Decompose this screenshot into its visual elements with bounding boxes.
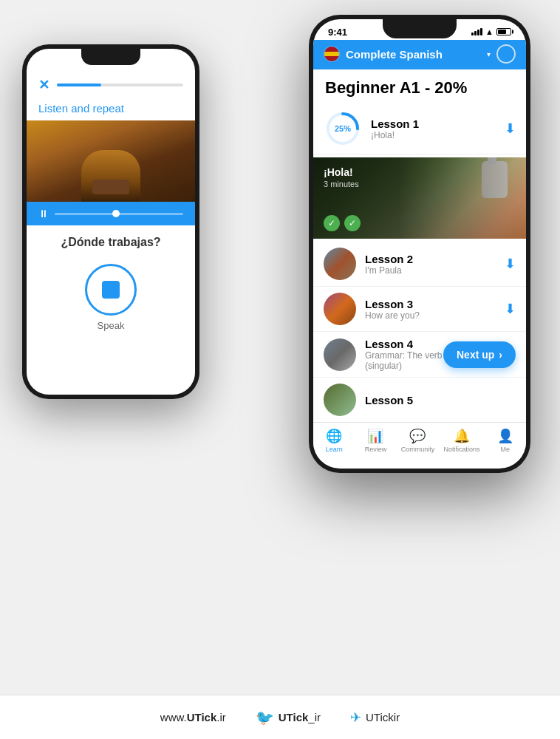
- lesson-2-row[interactable]: Lesson 2 I'm Paula ⬇: [313, 242, 526, 287]
- community-icon: 💬: [409, 428, 426, 444]
- back-phone: ✕ Listen and repeat: [22, 44, 199, 399]
- featured-title: ¡Hola!: [324, 166, 359, 178]
- scene: ✕ Listen and repeat: [0, 0, 560, 695]
- featured-text: ¡Hola! 3 minutes: [324, 166, 359, 188]
- download-icon-3[interactable]: ⬇: [505, 301, 516, 317]
- wifi-icon: ▲: [485, 27, 494, 36]
- lesson-1-name: Lesson 1: [371, 118, 496, 130]
- lesson-5-name: Lesson 5: [365, 394, 516, 406]
- chevron-right-icon: ›: [499, 349, 502, 361]
- back-progress-fill: [57, 84, 101, 86]
- nav-notifications[interactable]: 🔔 Notifications: [444, 428, 480, 453]
- telegram-handle: UTickir: [366, 711, 400, 723]
- learn-label: Learn: [326, 446, 343, 453]
- check-badge-2: ✓: [344, 215, 361, 231]
- pause-icon[interactable]: ⏸: [38, 208, 49, 219]
- status-time: 9:41: [328, 27, 347, 38]
- review-label: Review: [365, 446, 387, 453]
- close-icon[interactable]: ✕: [38, 77, 49, 93]
- featured-duration: 3 minutes: [324, 180, 359, 188]
- lesson-3-row[interactable]: Lesson 3 How are you? ⬇: [313, 287, 526, 332]
- lesson-4-thumb: [324, 338, 356, 371]
- back-audio-bar: ⏸: [27, 202, 195, 225]
- lesson-3-thumb: [324, 293, 356, 325]
- signal-icon: [471, 28, 482, 35]
- app-header: Complete Spanish ▾: [313, 40, 526, 69]
- section-title: Beginner A1 - 20%: [313, 69, 526, 103]
- lesson-2-info: Lesson 2 I'm Paula: [365, 253, 496, 276]
- stop-icon: [102, 281, 120, 299]
- lesson-3-subtitle: How are you?: [365, 310, 496, 321]
- profile-circle-button[interactable]: [496, 44, 516, 64]
- audio-track[interactable]: [55, 213, 183, 215]
- back-progress-bar: [57, 84, 183, 86]
- footer-telegram[interactable]: ✈ UTickir: [350, 709, 400, 726]
- chevron-down-icon[interactable]: ▾: [487, 50, 491, 58]
- spain-flag-icon: [324, 46, 340, 62]
- battery-icon: [496, 28, 511, 35]
- lesson-3-info: Lesson 3 How are you?: [365, 298, 496, 321]
- speak-label: Speak: [98, 320, 125, 331]
- lesson-5-thumb: [324, 384, 356, 416]
- download-icon-2[interactable]: ⬇: [505, 256, 516, 272]
- next-up-button[interactable]: Next up ›: [443, 341, 516, 368]
- notifications-icon: 🔔: [454, 428, 470, 444]
- bottom-nav: 🌐 Learn 📊 Review 💬 Community 🔔 Notificat…: [313, 422, 526, 460]
- front-phone: 9:41 ▲: [309, 15, 530, 473]
- community-label: Community: [401, 446, 435, 453]
- telegram-icon: ✈: [350, 709, 361, 726]
- review-icon: 📊: [367, 428, 383, 444]
- lesson-3-name: Lesson 3: [365, 298, 496, 310]
- nav-community[interactable]: 💬 Community: [401, 428, 435, 453]
- app-content: Beginner A1 - 20% 25% Lesson 1 ¡Hola!: [313, 69, 526, 422]
- lesson-1-info: Lesson 1 ¡Hola!: [371, 118, 496, 140]
- featured-checks: ✓ ✓: [324, 215, 361, 231]
- footer-website: www.UTick.ir: [160, 711, 226, 723]
- featured-card[interactable]: ¡Hola! 3 minutes ✓ ✓: [313, 157, 526, 239]
- speak-button[interactable]: [85, 264, 137, 316]
- audio-thumb: [112, 210, 120, 217]
- me-label: Me: [501, 446, 511, 453]
- download-icon[interactable]: ⬇: [505, 120, 516, 137]
- check-badge-1: ✓: [324, 215, 340, 231]
- lesson-5-info: Lesson 5: [365, 394, 516, 406]
- front-notch: [383, 19, 457, 38]
- footer: www.UTick.ir 🐦 UTick_ir ✈ UTickir: [0, 695, 560, 739]
- status-icons: ▲: [471, 27, 511, 36]
- footer-twitter[interactable]: 🐦 UTick_ir: [256, 709, 321, 726]
- back-image: [27, 120, 195, 202]
- course-name[interactable]: Complete Spanish: [346, 48, 481, 61]
- lesson-4-row[interactable]: Lesson 4 Grammar: The verb "estar" (sing…: [313, 332, 526, 378]
- speak-area: Speak: [27, 256, 195, 338]
- me-icon: 👤: [497, 428, 513, 444]
- lesson-1-progress: 25%: [324, 109, 362, 148]
- back-notch: [81, 49, 140, 65]
- back-screen-title: Listen and repeat: [27, 99, 195, 120]
- twitter-handle: UTick_ir: [279, 711, 321, 723]
- lesson-2-subtitle: I'm Paula: [365, 265, 496, 276]
- lesson-2-name: Lesson 2: [365, 253, 496, 265]
- twitter-icon: 🐦: [256, 709, 274, 726]
- website-text: www.UTick.ir: [160, 711, 226, 723]
- lesson-5-row[interactable]: Lesson 5: [313, 378, 526, 422]
- lesson-1-row[interactable]: 25% Lesson 1 ¡Hola! ⬇: [313, 103, 526, 154]
- nav-review[interactable]: 📊 Review: [359, 428, 392, 453]
- progress-pct: 25%: [335, 124, 351, 133]
- learn-icon: 🌐: [326, 428, 342, 444]
- back-screen: ✕ Listen and repeat: [27, 49, 195, 395]
- back-header: ✕: [27, 71, 195, 99]
- lesson-1-subtitle: ¡Hola!: [371, 130, 496, 140]
- notifications-label: Notifications: [444, 446, 480, 453]
- nav-learn[interactable]: 🌐 Learn: [318, 428, 350, 453]
- lesson-2-thumb: [324, 248, 356, 280]
- nav-me[interactable]: 👤 Me: [489, 428, 522, 453]
- back-question: ¿Dónde trabajas?: [27, 225, 195, 256]
